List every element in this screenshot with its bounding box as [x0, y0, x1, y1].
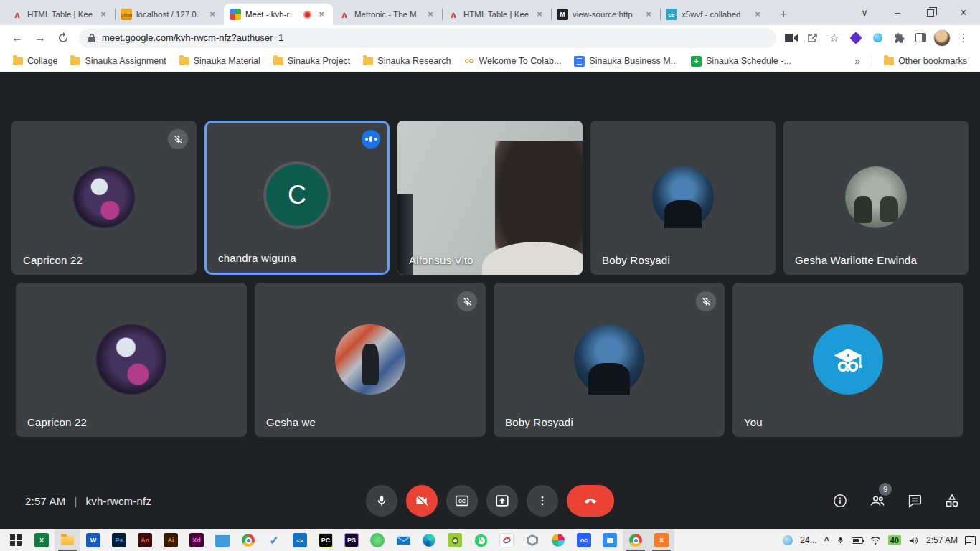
tab-search-icon[interactable]: ∨	[848, 0, 881, 25]
tray-expand-icon[interactable]: ^	[824, 535, 829, 545]
mic-button[interactable]	[366, 485, 397, 517]
taskbar-green-app[interactable]	[364, 529, 390, 551]
tab-close-icon[interactable]: ×	[425, 9, 436, 20]
taskbar-word[interactable]: W	[80, 529, 106, 551]
taskbar-illustrator[interactable]: Ai	[158, 529, 184, 551]
participant-tile-chandra[interactable]: C chandra wiguna	[204, 121, 390, 275]
bookmarks-overflow-icon[interactable]: »	[850, 55, 864, 67]
taskbar-vscode[interactable]: <>	[287, 529, 313, 551]
bookmark-star-icon[interactable]: ☆	[825, 29, 844, 47]
tab-close-icon[interactable]: ×	[643, 9, 654, 20]
camera-in-use-icon[interactable]	[782, 29, 801, 47]
extension-drop-icon[interactable]	[868, 29, 887, 47]
tab-localhost[interactable]: pma localhost / 127.0. ×	[115, 4, 224, 25]
chat-icon[interactable]	[905, 491, 924, 510]
meeting-details-info-icon[interactable]	[831, 491, 849, 510]
taskbar-phpstorm[interactable]: PS	[339, 529, 364, 551]
taskbar-file-explorer[interactable]	[55, 529, 80, 551]
action-center-icon[interactable]	[965, 536, 976, 545]
bookmark-collage[interactable]: Collage	[9, 54, 62, 68]
taskbar-xd[interactable]: Xd	[184, 529, 209, 551]
participants-icon[interactable]: 9	[868, 491, 887, 510]
tab-close-icon[interactable]: ×	[316, 9, 327, 20]
weather-temp[interactable]: 24...	[800, 535, 816, 545]
hang-up-button[interactable]	[567, 485, 614, 517]
taskbar-excel[interactable]: X	[29, 529, 55, 551]
bookmark-welcome-colab[interactable]: COWelcome To Colab...	[459, 54, 565, 69]
url-text[interactable]: meet.google.com/kvh-rwcm-nfz?authuser=1	[102, 32, 283, 43]
taskbar-chrome-1[interactable]	[235, 529, 261, 551]
window-restore-button[interactable]	[914, 0, 947, 25]
participant-tile-boby[interactable]: Boby Rosyadi	[590, 121, 776, 275]
activities-icon[interactable]	[943, 491, 961, 510]
window-close-button[interactable]: ×	[947, 0, 980, 25]
wifi-icon[interactable]	[870, 536, 881, 545]
other-bookmarks[interactable]: Other bookmarks	[880, 54, 971, 68]
bookmark-sinauka-research[interactable]: Sinauka Research	[359, 54, 455, 68]
start-button[interactable]	[3, 529, 29, 551]
back-icon[interactable]: ←	[7, 28, 27, 48]
new-tab-button[interactable]: +	[773, 4, 793, 24]
browser-menu-kebab-icon[interactable]: ⋮	[954, 29, 973, 47]
taskbar-photoshop[interactable]: Ps	[106, 529, 132, 551]
tab-meet-active[interactable]: Meet - kvh-r ×	[224, 4, 333, 25]
profile-avatar[interactable]	[933, 29, 951, 47]
address-bar[interactable]: meet.google.com/kvh-rwcm-nfz?authuser=1	[79, 28, 776, 48]
weather-icon[interactable]	[783, 535, 793, 545]
taskbar-chrome-2[interactable]	[623, 529, 649, 551]
bookmark-sinauka-schedule[interactable]: Sinauka Schedule -...	[687, 54, 796, 69]
camera-off-button[interactable]	[406, 485, 438, 517]
taskbar-meeting-app[interactable]	[597, 529, 623, 551]
participant-tile-alfonsus[interactable]: Alfonsus Vito	[397, 121, 583, 275]
taskbar-whatsapp[interactable]	[468, 529, 494, 551]
tray-mic-icon[interactable]	[837, 535, 844, 545]
extensions-puzzle-icon[interactable]	[890, 29, 908, 47]
tab-collabedit[interactable]: ce x5wvf - collabed ×	[660, 4, 769, 25]
tab-metronic[interactable]: ᴧ Metronic - The M ×	[333, 4, 442, 25]
present-button[interactable]	[486, 485, 518, 517]
battery-percent-badge[interactable]: 40	[888, 535, 901, 545]
taskbar-mail[interactable]	[390, 529, 416, 551]
taskbar-hexagon-app[interactable]	[519, 529, 545, 551]
tab-close-icon[interactable]: ×	[207, 9, 218, 20]
tab-close-icon[interactable]: ×	[98, 9, 109, 20]
more-options-button[interactable]	[527, 485, 558, 517]
extension-purple-icon[interactable]	[847, 29, 865, 47]
side-panel-icon[interactable]	[911, 29, 930, 47]
taskbar-pycharm[interactable]: PC	[313, 529, 339, 551]
participant-tile-gesha-we[interactable]: Gesha we	[255, 283, 486, 437]
participant-tile-you[interactable]: You	[732, 283, 963, 437]
taskbar-animate[interactable]: An	[132, 529, 158, 551]
participant-tile-capricon22-2[interactable]: Capricon 22	[16, 283, 247, 437]
tab-title: view-source:http	[573, 10, 639, 19]
tab-view-source[interactable]: M view-source:http ×	[551, 4, 660, 25]
taskbar-ocam[interactable]: oc	[571, 529, 597, 551]
letter-avatar: C	[266, 164, 328, 226]
battery-icon[interactable]	[852, 537, 863, 544]
participant-tile-capricon22[interactable]: Capricon 22	[11, 121, 197, 275]
bookmark-sinauka-material[interactable]: Sinauka Material	[175, 54, 265, 68]
tray-clock[interactable]: 2:57 AM	[926, 535, 958, 545]
taskbar-calendar[interactable]	[209, 529, 235, 551]
tab-close-icon[interactable]: ×	[752, 9, 763, 20]
share-icon[interactable]	[804, 29, 822, 47]
taskbar-edge[interactable]	[416, 529, 442, 551]
taskbar-xampp[interactable]: X	[649, 529, 674, 551]
bookmark-sinauka-project[interactable]: Sinauka Project	[269, 54, 355, 68]
reload-icon[interactable]	[53, 28, 73, 48]
taskbar-screen-recorder[interactable]	[442, 529, 468, 551]
bookmark-sinauka-business[interactable]: Sinauka Business M...	[570, 54, 682, 69]
participant-tile-gesha-warilotte[interactable]: Gesha Warilotte Erwinda	[783, 121, 969, 275]
bookmark-sinauka-assignment[interactable]: Sinauka Assignment	[66, 54, 170, 68]
participant-tile-boby-2[interactable]: Boby Rosyadi	[494, 283, 725, 437]
tab-html-table-2[interactable]: ᴧ HTML Table | Kee ×	[442, 4, 551, 25]
taskbar-check-app[interactable]: ✓	[261, 529, 287, 551]
captions-button[interactable]: CC	[446, 485, 478, 517]
taskbar-pinwheel-app[interactable]	[545, 529, 571, 551]
tab-html-table-1[interactable]: ᴧ HTML Table | Kee ×	[6, 4, 115, 25]
window-minimize-button[interactable]: –	[881, 0, 914, 25]
taskbar-sign-app[interactable]	[494, 529, 519, 551]
tab-close-icon[interactable]: ×	[534, 9, 545, 20]
volume-icon[interactable]	[908, 536, 919, 545]
forward-icon[interactable]: →	[30, 28, 50, 48]
